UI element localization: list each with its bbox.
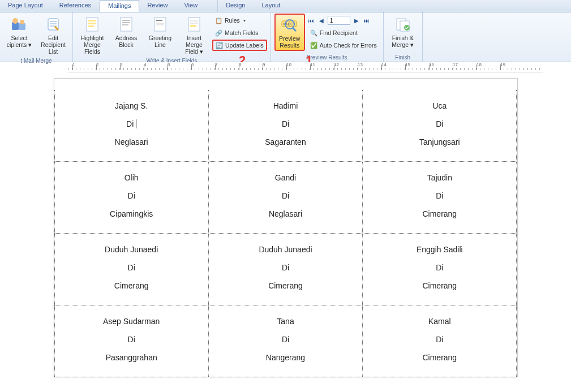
label-place: Sagaranten: [213, 137, 358, 147]
label-di: Di: [213, 263, 358, 272]
label-name: Kamal: [367, 317, 512, 326]
label-cell[interactable]: TanaDiNangerang: [208, 305, 363, 377]
label-name: Enggih Sadili: [367, 245, 512, 254]
tab-layout[interactable]: Layout: [254, 0, 289, 12]
label-name: Gandi: [213, 173, 358, 182]
svg-rect-11: [88, 25, 94, 27]
label-cell[interactable]: HadimiDiSagaranten: [208, 90, 363, 161]
label-row: OlihDiCipamingkisGandiDiNeglasariTajudin…: [54, 161, 517, 234]
label-cell[interactable]: KamalDiCimerang: [362, 305, 517, 377]
tab-references[interactable]: References: [51, 0, 100, 12]
label-name: Asep Sudarman: [59, 317, 204, 326]
label-cell[interactable]: Duduh JunaediDiCimerang: [208, 234, 363, 305]
label-name: Duduh Junaedi: [59, 245, 204, 254]
label-place: Cimerang: [213, 281, 358, 290]
chevron-down-icon: ▾: [243, 18, 246, 23]
label-di: Di: [367, 263, 512, 272]
label-cell[interactable]: Asep SudarmanDiPasanggrahan: [54, 305, 209, 377]
label-di: Di: [213, 191, 358, 200]
tab-view[interactable]: View: [176, 0, 206, 12]
label-di: Di: [367, 335, 512, 344]
label-name: Olih: [59, 173, 204, 182]
svg-rect-9: [88, 20, 96, 21]
update-icon: 🔄: [216, 42, 223, 49]
svg-rect-16: [154, 18, 166, 31]
edit-list-icon: [44, 15, 62, 33]
svg-point-1: [12, 18, 18, 24]
check-icon: ✅: [310, 42, 317, 49]
last-record-button[interactable]: ⏭: [363, 16, 371, 24]
prev-record-button[interactable]: ◀: [317, 16, 325, 24]
label-di: Di: [213, 335, 358, 344]
label-cell[interactable]: TajudinDiCimerang: [362, 162, 517, 233]
group-preview-results: «ABC» Preview Results ⏮ ◀ ▶ ⏭ 🔍Find Reci…: [271, 12, 384, 62]
ribbon-tabs: Page Layout References Mailings Review V…: [0, 0, 571, 12]
select-recipients-button[interactable]: Select cipients ▾: [3, 14, 35, 50]
label-place: Cimerang: [367, 353, 512, 362]
group-label-start: t Mail Merge: [3, 57, 69, 65]
document-area: Jajang S.Di NeglasariHadimiDiSagarantenU…: [0, 72, 571, 377]
finish-merge-button[interactable]: Finish & Merge ▾: [387, 14, 419, 50]
tab-page-layout[interactable]: Page Layout: [0, 0, 51, 12]
tab-review[interactable]: Review: [139, 0, 176, 12]
label-name: Tajudin: [367, 173, 512, 182]
next-record-button[interactable]: ▶: [353, 16, 360, 24]
find-recipient-button[interactable]: 🔍Find Recipient: [307, 27, 380, 38]
svg-point-3: [20, 20, 24, 24]
tab-design[interactable]: Design: [217, 0, 254, 12]
label-row: Duduh JunaediDiCimerangDuduh JunaediDiCi…: [54, 233, 517, 305]
people-icon: [10, 15, 28, 33]
label-name: Uca: [367, 101, 512, 110]
magnifier-abc-icon: «ABC»: [281, 16, 299, 34]
ribbon: Select cipients ▾ Edit Recipient List t …: [0, 12, 571, 62]
tab-mailings[interactable]: Mailings: [100, 0, 139, 12]
svg-rect-10: [88, 23, 96, 24]
svg-line-27: [293, 28, 296, 31]
label-cell[interactable]: OlihDiCipamingkis: [54, 162, 209, 233]
label-name: Tana: [213, 317, 358, 326]
insert-merge-field-button[interactable]: Insert Merge Field ▾: [178, 14, 210, 57]
auto-check-errors-button[interactable]: ✅Auto Check for Errors: [307, 40, 380, 51]
label-place: Neglasari: [213, 209, 358, 218]
horizontal-ruler[interactable]: 12345678910111213141516171819: [68, 62, 543, 72]
label-place: Neglasari: [59, 137, 204, 147]
label-di: Di: [59, 263, 204, 272]
first-record-button[interactable]: ⏮: [307, 16, 315, 24]
svg-rect-23: [190, 25, 196, 27]
label-cell[interactable]: Enggih SadiliDiCimerang: [362, 234, 517, 305]
greeting-icon: [151, 15, 169, 33]
match-fields-button[interactable]: 🔗Match Fields: [212, 27, 267, 38]
rules-button[interactable]: 📋Rules▾: [212, 15, 267, 26]
address-block-button[interactable]: Address Block: [110, 14, 142, 50]
merge-field-icon: [185, 15, 203, 33]
svg-rect-20: [188, 18, 200, 31]
highlight-icon: [83, 15, 101, 33]
label-place: Nangerang: [213, 353, 358, 362]
search-icon: 🔍: [310, 29, 317, 37]
greeting-line-button[interactable]: Greeting Line: [144, 14, 176, 50]
label-cell[interactable]: UcaDiTanjungsari: [362, 90, 517, 161]
preview-results-button[interactable]: «ABC» Preview Results: [274, 14, 305, 51]
highlight-merge-fields-button[interactable]: Highlight Merge Fields: [76, 14, 108, 57]
group-label-finish: Finish: [387, 53, 419, 62]
group-label-preview: Preview Results: [274, 53, 380, 62]
label-row: Asep SudarmanDiPasanggrahanTanaDiNangera…: [54, 305, 517, 377]
label-place: Cimerang: [367, 209, 512, 218]
label-cell[interactable]: Duduh JunaediDiCimerang: [54, 234, 209, 305]
label-di: Di: [59, 119, 204, 128]
svg-rect-12: [121, 18, 132, 31]
label-di: Di: [367, 191, 512, 200]
record-navigation: ⏮ ◀ ▶ ⏭: [307, 15, 380, 26]
edit-recipient-list-button[interactable]: Edit Recipient List: [37, 14, 69, 57]
label-di: Di: [213, 119, 358, 128]
match-icon: 🔗: [215, 29, 222, 37]
update-labels-button[interactable]: 🔄Update Labels: [212, 40, 267, 51]
label-place: Pasanggrahan: [59, 353, 204, 362]
label-cell[interactable]: Jajang S.Di Neglasari: [54, 90, 209, 161]
label-place: Cipamingkis: [59, 209, 204, 218]
label-name: Duduh Junaedi: [213, 245, 358, 254]
label-di: Di: [59, 191, 204, 200]
record-number-input[interactable]: [328, 16, 350, 25]
label-cell[interactable]: GandiDiNeglasari: [208, 162, 363, 233]
document-page[interactable]: Jajang S.Di NeglasariHadimiDiSagarantenU…: [54, 78, 518, 377]
